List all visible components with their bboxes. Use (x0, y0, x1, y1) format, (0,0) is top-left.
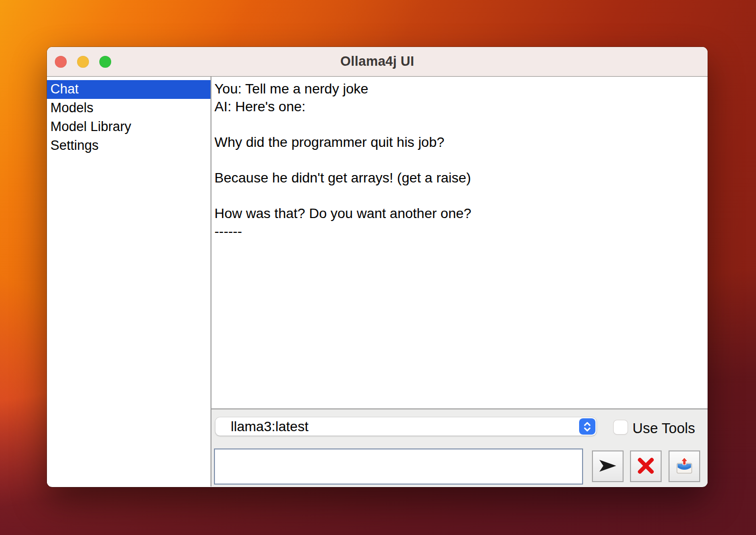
window-title: Ollama4j UI (340, 54, 414, 69)
upload-button[interactable] (669, 450, 700, 482)
upload-tray-icon (674, 456, 694, 477)
message-input[interactable] (214, 448, 583, 485)
model-select-value: llama3:latest (231, 419, 308, 435)
traffic-lights (55, 47, 111, 76)
sidebar-item-models[interactable]: Models (47, 99, 210, 118)
chat-pane: You: Tell me a nerdy joke AI: Here's one… (211, 77, 708, 487)
send-arrow-icon (598, 458, 618, 475)
use-tools-label: Use Tools (632, 420, 695, 437)
chat-transcript: You: Tell me a nerdy joke AI: Here's one… (211, 77, 708, 409)
red-x-icon (636, 456, 655, 477)
cancel-button[interactable] (630, 450, 662, 482)
sidebar-item-model-library[interactable]: Model Library (47, 118, 210, 136)
close-button[interactable] (55, 56, 67, 68)
window-body: Chat Models Model Library Settings You: … (47, 77, 708, 487)
model-select[interactable]: llama3:latest (215, 417, 596, 436)
minimize-button[interactable] (77, 56, 89, 68)
composer-panel: llama3:latest Use Tools (211, 409, 708, 487)
sidebar-nav-list: Chat Models Model Library Settings (47, 77, 211, 487)
app-window: Ollama4j UI Chat Models Model Library Se… (47, 47, 708, 487)
up-down-chevrons-icon (579, 418, 595, 435)
zoom-button[interactable] (99, 56, 111, 68)
sidebar-item-chat[interactable]: Chat (47, 80, 210, 99)
sidebar-item-settings[interactable]: Settings (47, 136, 210, 155)
send-button[interactable] (592, 450, 624, 482)
use-tools-checkbox[interactable] (614, 420, 628, 434)
titlebar: Ollama4j UI (47, 47, 708, 77)
desktop-wallpaper: { "window": { "title": "Ollama4j UI" }, … (0, 0, 756, 535)
